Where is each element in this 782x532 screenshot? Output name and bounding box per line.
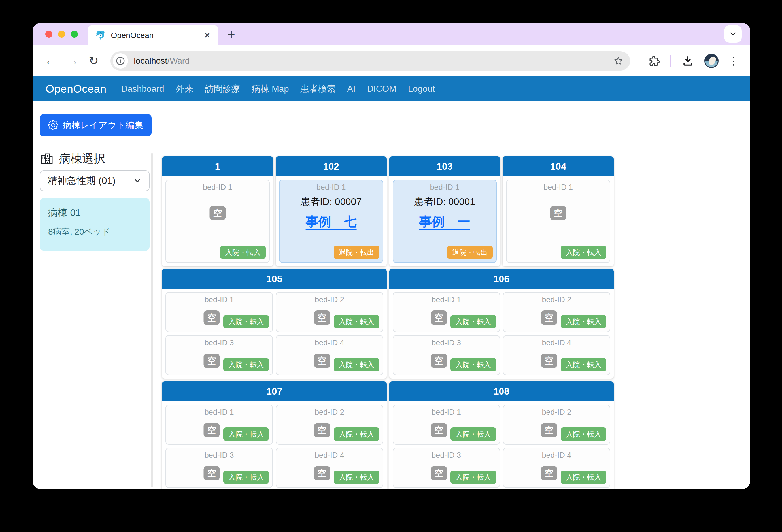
bed-cell: bed-ID 4空入院・転入: [503, 335, 610, 375]
room-number-header: 1: [162, 156, 273, 176]
admit-transfer-in-button[interactable]: 入院・転入: [334, 470, 379, 484]
room-body: bed-ID 1空入院・転入bed-ID 2空入院・転入bed-ID 3空入院・…: [389, 401, 614, 489]
new-tab-button[interactable]: +: [227, 27, 235, 42]
empty-bed-badge: 空: [204, 311, 220, 325]
reload-button[interactable]: ↻: [89, 55, 99, 67]
empty-bed-badge: 空: [431, 354, 447, 368]
chevron-down-icon: [133, 176, 142, 185]
search-tabs-button[interactable]: [724, 25, 742, 43]
bed-id-label: bed-ID 3: [393, 336, 499, 347]
info-icon: [116, 56, 125, 66]
admit-transfer-in-button[interactable]: 入院・転入: [334, 315, 379, 328]
admit-transfer-in-button[interactable]: 入院・転入: [223, 315, 269, 328]
empty-bed-badge: 空: [314, 466, 330, 481]
room-body: bed-ID 1空入院・転入: [162, 176, 273, 266]
empty-bed-badge: 空: [541, 466, 557, 481]
discharge-transfer-out-button[interactable]: 退院・転出: [334, 246, 379, 259]
admit-transfer-in-button[interactable]: 入院・転入: [334, 427, 379, 441]
admit-transfer-in-button[interactable]: 入院・転入: [451, 427, 496, 441]
empty-bed-badge: 空: [204, 354, 220, 368]
nav-item-1[interactable]: 外来: [176, 83, 193, 95]
maximize-window-button[interactable]: [71, 31, 78, 38]
discharge-transfer-out-button[interactable]: 退院・転出: [447, 246, 493, 259]
admit-transfer-in-button[interactable]: 入院・転入: [561, 315, 606, 328]
downloads-button[interactable]: [682, 55, 694, 67]
admit-transfer-in-button[interactable]: 入院・転入: [561, 427, 606, 441]
room-row: 107bed-ID 1空入院・転入bed-ID 2空入院・転入bed-ID 3空…: [162, 381, 614, 489]
empty-bed-badge: 空: [314, 311, 330, 325]
patient-name-link[interactable]: 事例 一: [393, 213, 496, 230]
browser-menu-button[interactable]: ⋮: [728, 55, 739, 67]
empty-bed-badge: 空: [314, 354, 330, 368]
bed-cell: bed-ID 4空入院・転入: [276, 448, 383, 488]
admit-transfer-in-button[interactable]: 入院・転入: [220, 246, 266, 259]
bed-cell: bed-ID 4空入院・転入: [276, 335, 383, 375]
bed-cell: bed-ID 1空入院・転入: [166, 180, 270, 263]
bed-cell: bed-ID 1患者ID: 00007事例 七退院・転出: [279, 180, 383, 263]
tab-close-icon[interactable]: ✕: [204, 30, 211, 40]
bed-cell: bed-ID 1空入院・転入: [506, 180, 610, 263]
nav-item-4[interactable]: 患者検索: [300, 83, 335, 95]
empty-bed-badge: 空: [431, 311, 447, 325]
admit-transfer-in-button[interactable]: 入院・転入: [561, 470, 606, 484]
nav-item-2[interactable]: 訪問診療: [205, 83, 240, 95]
back-button[interactable]: ←: [44, 55, 57, 67]
bookmark-star-button[interactable]: [613, 56, 623, 66]
room-card: 105bed-ID 1空入院・転入bed-ID 2空入院・転入bed-ID 3空…: [162, 269, 387, 379]
admit-transfer-in-button[interactable]: 入院・転入: [223, 358, 269, 371]
bed-id-label: bed-ID 1: [393, 405, 499, 417]
browser-tab[interactable]: 🐬 OpenOcean ✕: [88, 25, 218, 45]
bed-cell: bed-ID 2空入院・転入: [276, 404, 383, 445]
ward-select-dropdown[interactable]: 精神急性期 (01): [40, 170, 150, 191]
admit-transfer-in-button[interactable]: 入院・転入: [223, 427, 269, 441]
room-card: 104bed-ID 1空入院・転入: [503, 156, 614, 266]
ward-layout-edit-button[interactable]: 病棟レイアウト編集: [40, 114, 151, 136]
download-icon: [682, 55, 694, 67]
nav-item-6[interactable]: DICOM: [367, 84, 396, 94]
admit-transfer-in-button[interactable]: 入院・転入: [451, 358, 496, 371]
patient-name-link[interactable]: 事例 七: [280, 213, 383, 230]
admit-transfer-in-button[interactable]: 入院・転入: [451, 470, 496, 484]
room-card: 108bed-ID 1空入院・転入bed-ID 2空入院・転入bed-ID 3空…: [389, 381, 614, 489]
tab-strip: 🐬 OpenOcean ✕ +: [33, 23, 750, 45]
bed-cell: bed-ID 1空入院・転入: [393, 292, 500, 332]
app-brand[interactable]: OpenOcean: [46, 83, 107, 95]
empty-bed-badge: 空: [431, 466, 447, 481]
admit-transfer-in-button[interactable]: 入院・転入: [334, 358, 379, 371]
address-bar[interactable]: localhost/Ward: [110, 51, 630, 71]
site-info-chip[interactable]: [113, 53, 128, 69]
room-body: bed-ID 1空入院・転入bed-ID 2空入院・転入bed-ID 3空入院・…: [389, 289, 614, 379]
room-body: bed-ID 1患者ID: 00001事例 一退院・転出: [389, 176, 500, 266]
bed-id-label: bed-ID 1: [393, 293, 499, 304]
admit-transfer-in-button[interactable]: 入院・転入: [223, 470, 269, 484]
bed-id-label: bed-ID 1: [166, 293, 272, 304]
bed-id-label: bed-ID 3: [166, 448, 272, 460]
room-number-header: 105: [162, 269, 387, 289]
bed-id-label: bed-ID 2: [276, 293, 383, 304]
nav-item-0[interactable]: Dashboard: [121, 84, 164, 94]
ward-list-item-selected[interactable]: 病棟 01 8病室, 20ベッド: [40, 198, 150, 251]
admit-transfer-in-button[interactable]: 入院・転入: [451, 315, 496, 328]
nav-item-3[interactable]: 病棟 Map: [252, 83, 289, 95]
room-number-header: 104: [503, 156, 614, 176]
content-scroll-divider[interactable]: [151, 153, 153, 487]
nav-item-7[interactable]: Logout: [408, 84, 435, 94]
nav-item-5[interactable]: AI: [347, 84, 355, 94]
forward-button[interactable]: →: [67, 55, 78, 67]
profile-avatar[interactable]: [704, 54, 718, 68]
extensions-button[interactable]: [648, 55, 660, 67]
bed-cell: bed-ID 3空入院・転入: [166, 335, 273, 375]
close-window-button[interactable]: [45, 31, 52, 38]
admit-transfer-in-button[interactable]: 入院・転入: [561, 358, 606, 371]
ward-card-subtitle: 8病室, 20ベッド: [48, 226, 141, 238]
nav-items: Dashboard外来訪問診療病棟 Map患者検索AIDICOMLogout: [121, 83, 435, 95]
admit-transfer-in-button[interactable]: 入院・転入: [561, 246, 606, 259]
page-content: 病棟レイアウト編集 病棟選択 精神急性期 (01): [33, 101, 750, 489]
minimize-window-button[interactable]: [58, 31, 65, 38]
dolphin-favicon-icon: 🐬: [95, 30, 106, 40]
patient-id-text: 患者ID: 00001: [393, 195, 496, 208]
url-text: localhost/Ward: [134, 56, 189, 66]
bed-cell: bed-ID 3空入院・転入: [166, 448, 273, 488]
empty-bed-badge: 空: [204, 423, 220, 437]
empty-bed-badge: 空: [204, 466, 220, 481]
